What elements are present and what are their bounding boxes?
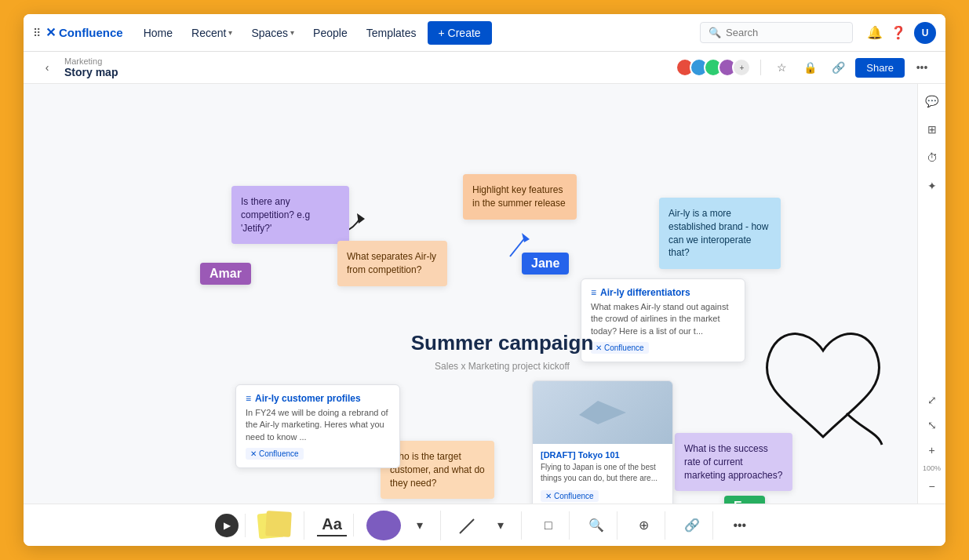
- toolbar-stamp-section: ⊕: [624, 511, 665, 540]
- toolbar-stickers-section: [252, 511, 304, 540]
- star-button[interactable]: ☆: [770, 56, 792, 78]
- toolbar-play-section: ▶: [209, 514, 246, 537]
- line-tool[interactable]: [454, 511, 482, 540]
- search-bar[interactable]: 🔍: [700, 22, 853, 43]
- nav-home[interactable]: Home: [136, 22, 180, 44]
- app-logo[interactable]: ⠿ ✕ Confluence: [33, 25, 123, 40]
- conf-badge-photo: ✕ Confluence: [541, 490, 599, 502]
- history-icon[interactable]: ⏱: [921, 147, 943, 169]
- search-input[interactable]: [726, 27, 844, 38]
- top-nav: Home Recent ▾ Spaces ▾ People Templates …: [136, 21, 694, 45]
- recent-chevron-icon: ▾: [228, 28, 232, 37]
- sticky-note-highlight[interactable]: Highlight key features in the summer rel…: [463, 174, 577, 220]
- search-icon: 🔍: [709, 27, 721, 38]
- text-tool[interactable]: Aa: [317, 514, 347, 536]
- badge-eva: Eva: [724, 496, 765, 504]
- create-button[interactable]: + Create: [428, 21, 492, 45]
- canvas-title: Summer campaign: [384, 331, 620, 355]
- help-icon[interactable]: ❓: [891, 25, 906, 40]
- page-header: ‹ Marketing Story map + ☆: [24, 52, 945, 84]
- more-tools-button[interactable]: •••: [726, 511, 754, 540]
- grid-icon[interactable]: ⠿: [33, 27, 41, 39]
- content-area: ‹ Marketing Story map + ☆: [24, 52, 945, 546]
- sticker-tool[interactable]: [258, 511, 297, 540]
- stamp-tool[interactable]: ⊕: [630, 511, 658, 540]
- zoom-out-icon[interactable]: −: [921, 475, 943, 497]
- topbar-actions: 🔔 ❓ U: [867, 22, 936, 44]
- page-header-actions: + ☆ 🔒 🔗 Share •••: [676, 56, 933, 78]
- badge-amar: Amar: [200, 263, 251, 285]
- conf-badge-2: ✕ Confluence: [246, 448, 304, 460]
- canvas-subtitle: Sales x Marketing project kickoff: [384, 361, 620, 372]
- user-avatar[interactable]: U: [914, 22, 936, 44]
- spaces-chevron-icon: ▾: [290, 28, 294, 37]
- sticky-note-brand[interactable]: Air-ly is a more established brand - how…: [659, 198, 781, 269]
- confluence-brand: ✕ Confluence: [46, 25, 123, 40]
- svg-marker-1: [522, 233, 530, 242]
- toolbar: ▶ Aa ▾: [24, 504, 945, 546]
- plane-shape: [579, 401, 626, 424]
- toolbar-link-section: 🔗: [672, 511, 713, 540]
- svg-marker-0: [357, 213, 365, 224]
- canvas[interactable]: Is there any competition? e.g 'Jetify?' …: [24, 84, 917, 504]
- badge-jane: Jane: [522, 253, 569, 275]
- toolbar-search-section: 🔍: [576, 511, 617, 540]
- line-chevron[interactable]: ▾: [486, 511, 515, 540]
- toolbar-line-section: ▾: [447, 511, 522, 540]
- link-button[interactable]: 🔗: [827, 56, 849, 78]
- frame-tool[interactable]: □: [534, 511, 563, 540]
- nav-recent[interactable]: Recent ▾: [184, 22, 240, 44]
- expand-icon[interactable]: ⤢: [921, 389, 943, 411]
- topbar: ⠿ ✕ Confluence Home Recent ▾ Spaces ▾ Pe…: [24, 14, 945, 52]
- comments-icon[interactable]: 💬: [921, 90, 943, 112]
- avatar-count: +: [732, 58, 751, 77]
- search-tool[interactable]: 🔍: [582, 511, 610, 540]
- more-options-button[interactable]: •••: [911, 56, 933, 78]
- nav-people[interactable]: People: [305, 22, 355, 44]
- nav-templates[interactable]: Templates: [359, 22, 424, 44]
- photo-card-tokyo[interactable]: [DRAFT] Tokyo 101 Flying to Japan is one…: [532, 380, 673, 504]
- main-area: ‹ Marketing Story map + ☆: [24, 52, 945, 546]
- photo-placeholder: [533, 381, 672, 444]
- sidebar-toggle-button[interactable]: ‹: [36, 56, 58, 78]
- zoom-in-icon[interactable]: +: [921, 439, 943, 461]
- collapse-icon[interactable]: ⤡: [921, 414, 943, 436]
- collaborator-avatars: +: [676, 58, 751, 77]
- share-button[interactable]: Share: [855, 58, 905, 78]
- sticky-note-competition[interactable]: Is there any competition? e.g 'Jetify?': [231, 186, 349, 244]
- sticky-note-separates[interactable]: What separates Air-ly from competition?: [337, 241, 447, 286]
- svg-line-3: [460, 519, 474, 533]
- shape-chevron[interactable]: ▾: [406, 511, 434, 540]
- sticky-note-success[interactable]: What is the success rate of current mark…: [675, 433, 792, 491]
- plugin-icon[interactable]: ✦: [921, 175, 943, 197]
- line-icon: [457, 515, 479, 536]
- table-icon[interactable]: ⊞: [921, 118, 943, 140]
- nav-spaces[interactable]: Spaces ▾: [243, 22, 302, 44]
- toolbar-frame-section: □: [528, 511, 570, 540]
- play-button[interactable]: ▶: [215, 514, 239, 537]
- breadcrumb: Marketing Story map: [64, 56, 118, 78]
- toolbar-shape-section: ▾: [360, 511, 441, 540]
- toolbar-text-section: Aa: [311, 514, 354, 536]
- link-tool[interactable]: 🔗: [678, 511, 706, 540]
- toolbar-more-section: •••: [719, 511, 760, 540]
- right-panel: 💬 ⊞ ⏱ ✦ ⤢ ⤡ + 100% −: [917, 84, 945, 504]
- conf-card-profiles[interactable]: ≡ Air-ly customer profiles In FY24 we wi…: [235, 384, 400, 468]
- lock-button[interactable]: 🔒: [799, 56, 821, 78]
- shape-tool[interactable]: [366, 511, 401, 540]
- divider: [760, 60, 761, 75]
- notification-icon[interactable]: 🔔: [867, 25, 883, 40]
